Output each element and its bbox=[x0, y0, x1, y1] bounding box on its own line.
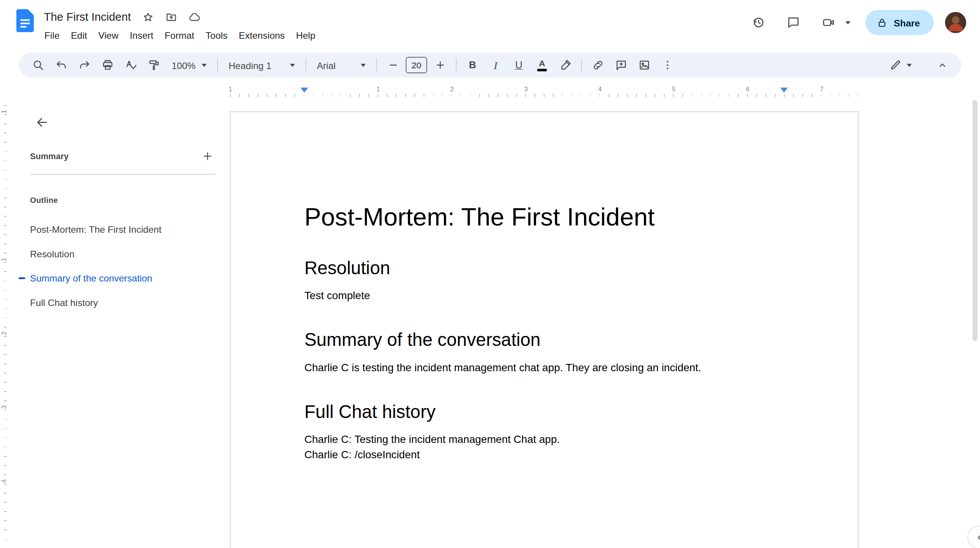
close-outline-back-icon[interactable] bbox=[29, 109, 55, 135]
ruler-number: 1 bbox=[376, 86, 380, 93]
chevron-down-icon bbox=[202, 64, 207, 67]
summary-label: Summary bbox=[30, 151, 68, 160]
docs-logo-icon[interactable] bbox=[16, 9, 34, 33]
editing-mode-select[interactable] bbox=[883, 54, 918, 76]
menu-insert[interactable]: Insert bbox=[124, 28, 159, 43]
insert-image-icon[interactable] bbox=[632, 54, 655, 77]
print-icon[interactable] bbox=[96, 54, 119, 77]
vertical-ruler: 1 1 2 3 4 bbox=[0, 100, 10, 548]
vertical-scrollbar[interactable] bbox=[972, 100, 977, 341]
doc-paragraph[interactable]: Charlie C is testing the incident manage… bbox=[304, 360, 789, 375]
header: The First Incident File Edit View Insert… bbox=[0, 0, 980, 50]
title-area: The First Incident File Edit View Insert… bbox=[44, 8, 746, 43]
bold-label: B bbox=[469, 60, 476, 70]
underline-label: U bbox=[515, 60, 523, 70]
horizontal-ruler: 1 1 2 3 4 5 6 7 bbox=[0, 84, 980, 99]
outline-item-label: Summary of the conversation bbox=[30, 273, 152, 284]
left-indent-marker[interactable] bbox=[300, 87, 308, 92]
doc-heading-2[interactable]: Full Chat history bbox=[304, 400, 789, 423]
more-options-icon[interactable] bbox=[656, 54, 679, 77]
ruler-number: 2 bbox=[0, 329, 7, 337]
document-status-cloud-icon[interactable] bbox=[186, 8, 203, 25]
double-chevron-left-icon bbox=[975, 532, 980, 543]
toolbar-divider bbox=[376, 58, 377, 72]
star-icon[interactable] bbox=[140, 8, 157, 25]
summary-section: Summary bbox=[30, 146, 216, 165]
outline-item-label: Full Chat history bbox=[30, 297, 98, 308]
text-color-button[interactable]: A bbox=[530, 54, 553, 77]
ruler-number: 4 bbox=[598, 86, 602, 93]
google-docs-window: The First Incident File Edit View Insert… bbox=[0, 0, 980, 548]
hide-menus-icon[interactable] bbox=[931, 54, 954, 77]
doc-paragraph[interactable]: Charlie C: Testing the incident manageme… bbox=[304, 433, 789, 448]
spell-check-icon[interactable] bbox=[119, 54, 142, 77]
title-row: The First Incident bbox=[44, 8, 746, 26]
move-to-folder-icon[interactable] bbox=[163, 8, 180, 25]
undo-icon[interactable] bbox=[49, 54, 73, 77]
outline-item-label: Resolution bbox=[30, 248, 74, 259]
doc-heading-2[interactable]: Summary of the conversation bbox=[304, 329, 789, 351]
avatar[interactable] bbox=[945, 12, 966, 33]
menu-edit[interactable]: Edit bbox=[65, 28, 93, 43]
zoom-select[interactable]: 100% bbox=[165, 54, 213, 76]
add-comment-icon[interactable] bbox=[609, 54, 632, 77]
doc-heading-1[interactable]: Post-Mortem: The First Incident bbox=[304, 202, 789, 232]
toolbar: 100% Heading 1 Arial 20 B I U bbox=[19, 53, 961, 77]
menu-help[interactable]: Help bbox=[290, 28, 321, 43]
outline-item[interactable]: Full Chat history bbox=[13, 290, 226, 315]
paint-format-icon[interactable] bbox=[142, 54, 165, 77]
video-call-icon[interactable] bbox=[816, 10, 841, 35]
ruler-number: 5 bbox=[672, 86, 675, 93]
header-actions: Share bbox=[746, 10, 966, 35]
add-summary-icon[interactable] bbox=[198, 146, 217, 165]
ruler-number: 6 bbox=[746, 86, 749, 93]
document-title[interactable]: The First Incident bbox=[44, 10, 133, 23]
font-size-input[interactable]: 20 bbox=[406, 57, 427, 73]
pencil-icon bbox=[889, 59, 902, 71]
ruler-ticks bbox=[230, 94, 859, 97]
toolbar-divider bbox=[456, 58, 457, 72]
font-family-select[interactable]: Arial bbox=[310, 54, 372, 76]
bold-button[interactable]: B bbox=[461, 54, 484, 77]
search-icon[interactable] bbox=[26, 54, 49, 77]
insert-link-icon[interactable] bbox=[586, 54, 609, 77]
document-page[interactable]: Post-Mortem: The First Incident Resoluti… bbox=[230, 111, 859, 548]
show-side-panel-button[interactable] bbox=[967, 526, 980, 548]
decrease-font-size-icon[interactable] bbox=[381, 54, 404, 77]
outline-item[interactable]: Post-Mortem: The First Incident bbox=[13, 217, 226, 242]
redo-icon[interactable] bbox=[73, 54, 96, 77]
comments-icon[interactable] bbox=[781, 10, 806, 35]
ruler-number: 7 bbox=[820, 86, 823, 93]
menu-tools[interactable]: Tools bbox=[200, 28, 233, 43]
outline-item[interactable]: Resolution bbox=[13, 242, 226, 266]
ruler-number: 4 bbox=[0, 477, 7, 485]
join-call-control[interactable] bbox=[816, 10, 851, 35]
outline-label: Outline bbox=[30, 196, 225, 205]
outline-sidebar: Summary Outline Post-Mortem: The First I… bbox=[13, 100, 226, 315]
menu-bar: File Edit View Insert Format Tools Exten… bbox=[39, 28, 746, 43]
active-indicator bbox=[19, 277, 25, 279]
menu-file[interactable]: File bbox=[39, 28, 65, 43]
increase-font-size-icon[interactable] bbox=[428, 54, 451, 77]
right-indent-marker[interactable] bbox=[780, 87, 788, 92]
video-call-caret-icon[interactable] bbox=[846, 21, 851, 24]
share-button[interactable]: Share bbox=[866, 10, 934, 35]
paragraph-style-select[interactable]: Heading 1 bbox=[222, 54, 301, 76]
italic-button[interactable]: I bbox=[484, 54, 507, 77]
lock-icon bbox=[877, 17, 888, 28]
sidebar-divider bbox=[30, 174, 215, 175]
chevron-down-icon bbox=[907, 64, 912, 67]
highlight-color-icon[interactable] bbox=[554, 54, 577, 77]
doc-heading-2[interactable]: Resolution bbox=[304, 257, 789, 279]
outline-item-active[interactable]: Summary of the conversation bbox=[13, 266, 226, 291]
doc-paragraph[interactable]: Test complete bbox=[304, 288, 789, 303]
menu-extensions[interactable]: Extensions bbox=[233, 28, 290, 43]
font-family-value: Arial bbox=[317, 60, 336, 71]
ruler-number: 2 bbox=[450, 86, 454, 93]
version-history-icon[interactable] bbox=[746, 10, 771, 35]
menu-format[interactable]: Format bbox=[159, 28, 200, 43]
doc-paragraph[interactable]: Charlie C: /closeIncident bbox=[304, 448, 789, 462]
menu-view[interactable]: View bbox=[93, 28, 124, 43]
chevron-down-icon bbox=[361, 64, 366, 67]
underline-button[interactable]: U bbox=[507, 54, 530, 77]
